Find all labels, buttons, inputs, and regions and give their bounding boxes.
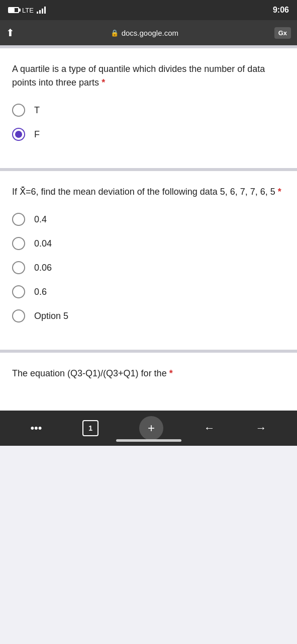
radio-circle-q2-5 xyxy=(12,309,25,323)
status-left: LTE xyxy=(8,7,46,14)
question3-text: The equation (Q3-Q1)/(Q3+Q1) for the * xyxy=(12,367,285,380)
share-button[interactable]: ⬆ xyxy=(6,27,15,39)
back-button[interactable]: ← xyxy=(204,422,215,435)
question2-required: * xyxy=(278,187,281,197)
question1-text: A quartile is a type of quantile which d… xyxy=(12,62,285,90)
question2-option-4[interactable]: 0.6 xyxy=(12,285,285,298)
question1-label-T: T xyxy=(34,105,40,116)
radio-circle-q2-4 xyxy=(12,285,25,298)
network-label: LTE xyxy=(22,7,34,14)
question2-label-1: 0.4 xyxy=(34,214,47,225)
signal-bars xyxy=(37,7,46,14)
radio-circle-q2-2 xyxy=(12,237,25,250)
share-icon: ⬆ xyxy=(6,27,15,38)
question1-label-F: F xyxy=(34,129,40,140)
question2-option-2[interactable]: 0.04 xyxy=(12,237,285,250)
forward-icon: → xyxy=(256,422,267,435)
add-tab-button[interactable]: + xyxy=(139,416,163,440)
question1-option-T[interactable]: T xyxy=(12,104,285,117)
radio-circle-q2-1 xyxy=(12,213,25,226)
radio-circle-q2-3 xyxy=(12,261,25,274)
forward-button[interactable]: → xyxy=(256,422,267,435)
lock-icon: 🔒 xyxy=(111,29,119,37)
question1-section: A quartile is a type of quantile which d… xyxy=(0,48,297,168)
url-text: docs.google.com xyxy=(122,29,178,37)
question2-label-2: 0.04 xyxy=(34,238,52,249)
url-bar[interactable]: 🔒 docs.google.com xyxy=(111,29,178,37)
question1-option-F[interactable]: F xyxy=(12,128,285,141)
browser-bar: ⬆ 🔒 docs.google.com Gx xyxy=(0,20,297,45)
question3-section: The equation (Q3-Q1)/(Q3+Q1) for the * xyxy=(0,353,297,411)
question2-label-5: Option 5 xyxy=(34,311,68,321)
add-icon: + xyxy=(148,421,155,435)
question2-section: If X̄=6, find the mean deviation of the … xyxy=(0,171,297,350)
more-button[interactable]: ••• xyxy=(30,422,42,435)
question2-label-3: 0.06 xyxy=(34,263,52,273)
tab-counter[interactable]: 1 xyxy=(82,420,98,436)
battery-icon xyxy=(8,7,19,13)
question2-label-4: 0.6 xyxy=(34,287,47,297)
status-bar: LTE 9:06 xyxy=(0,0,297,20)
back-icon: ← xyxy=(204,422,215,435)
bottom-nav-wrapper: ••• 1 + ← → xyxy=(0,411,297,446)
question3-required: * xyxy=(169,368,173,378)
more-icon: ••• xyxy=(30,422,42,435)
question2-text: If X̄=6, find the mean deviation of the … xyxy=(12,185,285,199)
question2-option-5[interactable]: Option 5 xyxy=(12,309,285,323)
home-bar xyxy=(116,439,181,442)
question2-option-3[interactable]: 0.06 xyxy=(12,261,285,274)
status-time: 9:06 xyxy=(273,6,289,15)
translate-button[interactable]: Gx xyxy=(274,27,291,39)
question1-required: * xyxy=(102,77,105,88)
question2-option-1[interactable]: 0.4 xyxy=(12,213,285,226)
radio-circle-F xyxy=(12,128,25,141)
radio-circle-T xyxy=(12,104,25,117)
